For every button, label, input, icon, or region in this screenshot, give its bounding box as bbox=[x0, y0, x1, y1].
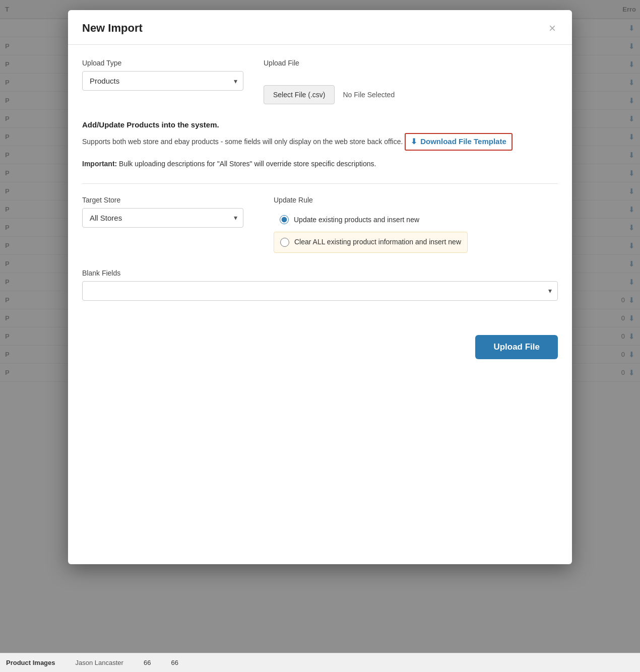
no-file-selected-label: No File Selected bbox=[343, 91, 395, 99]
bottom-bar-num1: 66 bbox=[144, 659, 151, 666]
target-store-select[interactable]: All Stores Web Store eBay bbox=[82, 208, 243, 228]
blank-fields-label: Blank Fields bbox=[82, 269, 558, 277]
important-text: Important: Bulk uploading descriptions f… bbox=[82, 159, 558, 169]
description-section: Add/Update Products into the system. Sup… bbox=[82, 120, 558, 169]
file-upload-group: Select File (.csv) No File Selected bbox=[264, 85, 395, 104]
update-rule-radio-update[interactable] bbox=[280, 215, 289, 224]
bottom-bar-name: Jason Lancaster bbox=[76, 659, 123, 666]
close-button[interactable]: × bbox=[547, 20, 558, 36]
modal-body: Upload Type Products Customers Orders ▾ … bbox=[68, 45, 572, 327]
description-body: Supports both web store and ebay product… bbox=[82, 133, 558, 151]
blank-fields-section: Blank Fields ▾ bbox=[82, 269, 558, 301]
upload-file-field: Upload File Select File (.csv) No File S… bbox=[264, 59, 395, 104]
upload-file-label: Upload File bbox=[264, 59, 395, 67]
new-import-modal: New Import × Upload Type Products Custom… bbox=[68, 10, 572, 564]
download-icon: ⬇ bbox=[411, 136, 417, 148]
upload-file-button[interactable]: Upload File bbox=[475, 335, 558, 359]
target-store-label: Target Store bbox=[82, 196, 243, 204]
update-rule-label: Update Rule bbox=[274, 196, 468, 204]
divider bbox=[82, 183, 558, 184]
bottom-bar-product-images-label: Product Images bbox=[6, 659, 55, 666]
update-rule-option-clear[interactable]: Clear ALL existing product information a… bbox=[274, 232, 468, 253]
blank-fields-select-wrapper: ▾ bbox=[82, 281, 558, 301]
modal-title: New Import bbox=[82, 22, 143, 35]
update-rule-option-update[interactable]: Update existing products and insert new bbox=[274, 210, 468, 230]
modal-header: New Import × bbox=[68, 10, 572, 45]
upload-type-label: Upload Type bbox=[82, 59, 243, 67]
target-store-select-wrapper: All Stores Web Store eBay ▾ bbox=[82, 208, 243, 228]
select-file-button[interactable]: Select File (.csv) bbox=[264, 85, 335, 104]
modal-backdrop: New Import × Upload Type Products Custom… bbox=[0, 0, 640, 672]
upload-type-field: Upload Type Products Customers Orders ▾ bbox=[82, 59, 243, 91]
bottom-bar: Product Images Jason Lancaster 66 66 bbox=[0, 653, 640, 672]
upload-row: Upload Type Products Customers Orders ▾ … bbox=[82, 59, 558, 104]
description-title: Add/Update Products into the system. bbox=[82, 120, 558, 129]
download-template-button[interactable]: ⬇ Download File Template bbox=[405, 133, 513, 151]
blank-fields-select[interactable] bbox=[82, 281, 558, 301]
upload-type-select-wrapper: Products Customers Orders ▾ bbox=[82, 71, 243, 91]
config-row: Target Store All Stores Web Store eBay ▾… bbox=[82, 196, 558, 255]
update-rule-radio-clear[interactable] bbox=[280, 238, 289, 247]
upload-type-select[interactable]: Products Customers Orders bbox=[82, 71, 243, 91]
update-rule-option-update-label: Update existing products and insert new bbox=[294, 215, 419, 225]
modal-footer: Upload File bbox=[68, 327, 572, 371]
bottom-bar-num2: 66 bbox=[171, 659, 178, 666]
download-template-label: Download File Template bbox=[420, 136, 506, 148]
target-store-field: Target Store All Stores Web Store eBay ▾ bbox=[82, 196, 243, 228]
update-rule-group: Update Rule Update existing products and… bbox=[274, 196, 468, 255]
update-rule-option-clear-label: Clear ALL existing product information a… bbox=[294, 237, 461, 247]
